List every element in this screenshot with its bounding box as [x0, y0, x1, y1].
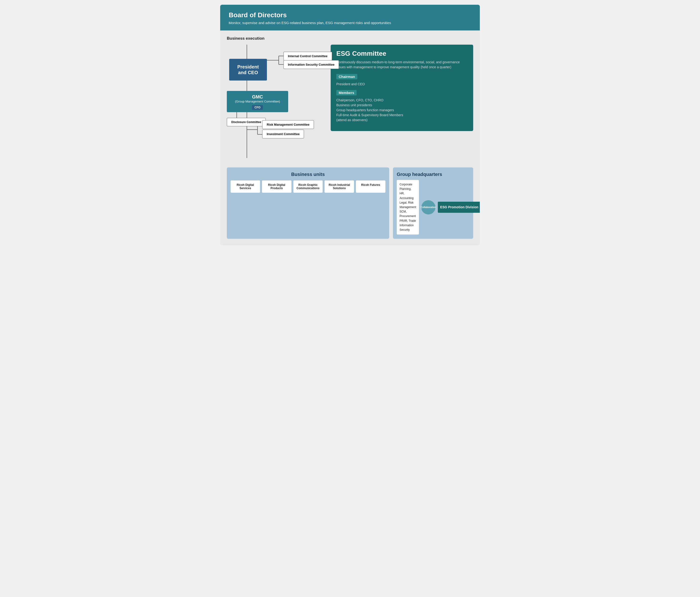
- internal-control-committee: Internal Control Committee: [283, 52, 332, 61]
- bu-unit-2: Ricoh Digital Products: [262, 181, 292, 193]
- board-title: Board of Directors: [229, 11, 471, 19]
- business-units-box: Business units Ricoh Digital Services Ri…: [227, 167, 389, 239]
- bottom-section: Business units Ricoh Digital Services Ri…: [227, 167, 473, 239]
- chairman-label: Chairman: [336, 74, 357, 79]
- disclosure-committee: Disclosure Committee: [227, 118, 266, 126]
- bu-unit-4: Ricoh Industrial Solutions: [325, 181, 354, 193]
- ghq-inner: Corporate Planning, HR, Accounting Legal…: [397, 180, 469, 235]
- president-box: President and CEO: [229, 59, 267, 80]
- board-section: Board of Directors Monitor, supervise an…: [220, 5, 480, 30]
- members-label: Members: [336, 90, 357, 95]
- page-wrapper: Board of Directors Monitor, supervise an…: [220, 5, 480, 245]
- investment-label: Investment Committee: [262, 130, 304, 138]
- bu-units: Ricoh Digital Services Ricoh Digital Pro…: [231, 181, 385, 193]
- gmc-subtitle: (Group Management Committee): [231, 100, 284, 103]
- right-column: ESG Committee Continuously discusses med…: [331, 45, 473, 131]
- esg-committee-title: ESG Committee: [336, 50, 468, 57]
- gmc-title: GMC: [231, 94, 284, 100]
- ghq-title: Group headquarters: [397, 172, 469, 177]
- left-column: President and CEO Internal Control Commi…: [227, 45, 326, 158]
- esg-promo-box: ESG Promotion Division: [438, 202, 480, 213]
- business-section: Business execution: [220, 30, 480, 245]
- internal-control-label: Internal Control Committee: [283, 52, 332, 61]
- cfo-tag: CFO: [252, 105, 263, 110]
- main-layout: President and CEO Internal Control Commi…: [227, 45, 473, 158]
- esg-committee-box: ESG Committee Continuously discusses med…: [331, 45, 473, 131]
- bu-unit-5: Ricoh Futures: [356, 181, 385, 193]
- president-title: President and CEO: [229, 59, 267, 80]
- risk-management-committee: Risk Management Committee: [262, 120, 314, 129]
- business-label: Business execution: [227, 36, 473, 41]
- investment-committee: Investment Committee: [262, 130, 304, 138]
- group-hq-box: Group headquarters Corporate Planning, H…: [393, 167, 473, 239]
- esg-committee-desc: Continuously discusses medium-to long-te…: [336, 60, 468, 70]
- collaboration-badge: Collaboration: [421, 200, 435, 214]
- risk-management-label: Risk Management Committee: [262, 120, 314, 129]
- gmc-box: GMC (Group Management Committee) CFO: [227, 91, 288, 112]
- info-security-label: Information Security Committee: [283, 60, 339, 69]
- disclosure-label: Disclosure Committee: [227, 118, 266, 126]
- ghq-list: Corporate Planning, HR, Accounting Legal…: [397, 180, 419, 235]
- info-security-committee: Information Security Committee: [283, 60, 339, 69]
- chairman-value: President and CEO: [336, 82, 468, 87]
- board-subtitle: Monitor, supervise and advise on ESG-rel…: [229, 21, 471, 25]
- bu-unit-3: Ricoh Graphic Communications: [293, 181, 323, 193]
- bu-unit-1: Ricoh Digital Services: [231, 181, 260, 193]
- bu-title: Business units: [231, 172, 385, 177]
- members-value: Chairperson, CFO, CTO, CHRO Business uni…: [336, 98, 468, 123]
